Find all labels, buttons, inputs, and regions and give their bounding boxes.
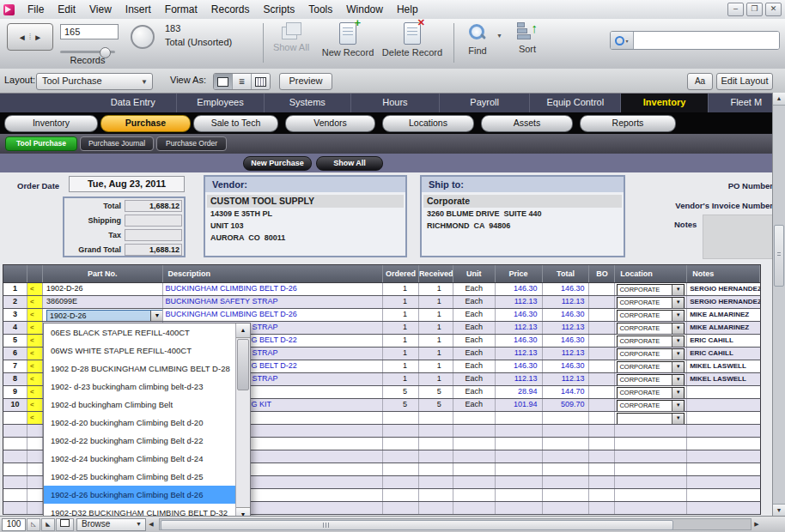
cell-received[interactable]: 1 xyxy=(419,335,453,347)
tab-reports[interactable]: Reports xyxy=(580,115,676,132)
view-table-button[interactable] xyxy=(252,74,270,89)
current-record-input[interactable]: 165 xyxy=(60,24,119,39)
menu-edit[interactable]: Edit xyxy=(51,1,82,19)
cell-ordered[interactable]: 1 xyxy=(383,360,419,372)
location-dropdown[interactable]: CORPORATE▼ xyxy=(617,297,685,309)
zoom-level[interactable]: 100 xyxy=(2,518,26,531)
cell-ordered[interactable]: 1 xyxy=(383,373,419,385)
row-flag-icon[interactable]: < xyxy=(27,322,43,334)
cell-total[interactable]: 112.13 xyxy=(543,348,590,360)
cell-price[interactable]: 101.94 xyxy=(496,399,543,411)
chevron-down-icon[interactable]: ▼ xyxy=(150,311,163,322)
menu-file[interactable]: File xyxy=(21,1,51,19)
total-field[interactable]: 1,688.12 xyxy=(125,200,182,212)
location-value[interactable]: CORPORATE xyxy=(618,336,672,347)
cell-notes[interactable]: MIKEL LASWELL xyxy=(687,360,760,372)
cell-received[interactable]: 1 xyxy=(419,283,453,295)
cell-ordered[interactable]: 1 xyxy=(383,348,419,360)
view-form-button[interactable] xyxy=(214,74,233,89)
cell-notes[interactable]: SERGIO HERNANDEZ xyxy=(687,296,760,308)
part-combobox-value[interactable]: 1902-D-26 xyxy=(47,311,150,322)
cell-ordered[interactable]: 1 xyxy=(383,283,419,295)
cell-ordered[interactable]: 1 xyxy=(383,309,419,321)
chevron-down-icon[interactable]: ▼ xyxy=(672,414,684,424)
part-dropdown-item[interactable]: 1902-d-22 buckingham Climbing Belt d-22 xyxy=(44,432,235,450)
cell-desc[interactable]: BUCKINGHAM CLIMBING BELT D-26 xyxy=(163,283,383,295)
cell-unit[interactable]: Each xyxy=(453,399,496,411)
location-value[interactable]: CORPORATE xyxy=(618,401,672,411)
order-date-field[interactable]: Tue, Aug 23, 2011 xyxy=(69,176,185,192)
location-value[interactable]: CORPORATE xyxy=(618,311,672,321)
cell-total[interactable]: 112.13 xyxy=(543,322,590,334)
tab-tool-purchase[interactable]: Tool Purchase xyxy=(5,136,77,151)
cell-price[interactable]: 112.13 xyxy=(496,348,543,360)
record-navigation-book[interactable]: ◄ ⁞ ► xyxy=(7,23,53,51)
part-dropdown-item[interactable]: 06WS WHITE STAPLE REFILL-400CT xyxy=(44,342,235,360)
cell-price[interactable]: 146.30 xyxy=(496,309,543,321)
edit-layout-button[interactable]: Edit Layout xyxy=(716,73,773,90)
new-record-button[interactable]: + New Record xyxy=(319,22,376,57)
sort-button[interactable]: ↑ Sort xyxy=(508,22,546,54)
cell-unit[interactable]: Each xyxy=(453,309,496,321)
location-dropdown[interactable]: CORPORATE▼ xyxy=(617,348,685,360)
cell-bo[interactable] xyxy=(589,412,615,424)
cell-price[interactable] xyxy=(496,412,543,424)
tab-systems[interactable]: Systems xyxy=(265,93,351,112)
tab-vendors[interactable]: Vendors xyxy=(285,115,375,132)
chevron-down-icon[interactable]: ▼ xyxy=(672,298,684,308)
cell-bo[interactable] xyxy=(589,283,615,295)
cell-received[interactable]: 1 xyxy=(419,296,453,308)
tab-purchase-journal[interactable]: Purchase Journal xyxy=(80,136,154,151)
quick-find-input[interactable] xyxy=(634,32,779,49)
part-dropdown-item[interactable]: 1902- d-23 buckingham climbing belt-d-23 xyxy=(44,378,235,396)
scroll-up-icon[interactable]: ▲ xyxy=(236,323,250,338)
cell-desc[interactable]: BUCKINGHAM CLIMBING BELT D-26 xyxy=(163,309,383,321)
cell-ordered[interactable]: 5 xyxy=(383,386,419,398)
menu-tools[interactable]: Tools xyxy=(301,1,339,19)
cell-notes[interactable]: MIKEL LASWELL xyxy=(687,373,760,385)
menu-window[interactable]: Window xyxy=(339,1,390,19)
cell-bo[interactable] xyxy=(589,335,615,347)
cell-ordered[interactable]: 1 xyxy=(383,335,419,347)
restore-button[interactable]: ❐ xyxy=(746,3,763,16)
cell-unit[interactable]: Each xyxy=(453,335,496,347)
new-purchase-button[interactable]: New Purchase xyxy=(243,156,312,171)
cell-price[interactable]: 112.13 xyxy=(496,373,543,385)
location-dropdown[interactable]: CORPORATE▼ xyxy=(617,323,685,335)
chevron-down-icon[interactable]: ▼ xyxy=(672,285,684,295)
cell-price[interactable]: 112.13 xyxy=(496,322,543,334)
cell-part[interactable]: 1902-D-26 xyxy=(43,283,163,295)
scroll-left-icon[interactable]: ◀ xyxy=(146,519,156,530)
next-record-icon[interactable]: ► xyxy=(33,33,42,42)
cell-notes[interactable]: SERGIO HERNANDEZ xyxy=(687,283,760,295)
location-value[interactable]: CORPORATE xyxy=(618,349,672,360)
cell-bo[interactable] xyxy=(589,399,615,411)
row-flag-icon[interactable]: < xyxy=(27,373,43,385)
part-cell[interactable]: 1902-D-26▼ xyxy=(43,309,163,321)
row-flag-icon[interactable]: < xyxy=(27,283,43,295)
cell-received[interactable]: 5 xyxy=(419,386,453,398)
cell-notes[interactable]: MIKE ALMARINEZ xyxy=(687,309,760,321)
menu-format[interactable]: Format xyxy=(158,1,204,19)
chevron-down-icon[interactable]: ▼ xyxy=(672,323,684,334)
vertical-scroll-thumb[interactable] xyxy=(774,225,784,287)
cell-received[interactable]: 1 xyxy=(419,348,453,360)
chevron-down-icon[interactable]: ▼ xyxy=(672,336,684,347)
location-value[interactable]: CORPORATE xyxy=(618,362,672,372)
cell-ordered[interactable] xyxy=(383,412,419,424)
cell-received[interactable]: 5 xyxy=(419,399,453,411)
cell-notes[interactable] xyxy=(687,386,760,398)
minimize-button[interactable]: – xyxy=(727,3,744,16)
tab-payroll[interactable]: Payroll xyxy=(440,93,530,112)
cell-total[interactable]: 144.70 xyxy=(543,386,590,398)
cell-received[interactable]: 1 xyxy=(419,360,453,372)
tab-data-entry[interactable]: Data Entry xyxy=(89,93,177,112)
ship-to-name-field[interactable]: Corporate xyxy=(423,195,622,208)
location-dropdown[interactable]: CORPORATE▼ xyxy=(617,374,685,386)
cell-total[interactable]: 146.30 xyxy=(543,309,590,321)
cell-unit[interactable]: Each xyxy=(453,296,496,308)
menu-scripts[interactable]: Scripts xyxy=(257,1,302,19)
horizontal-scroll-thumb[interactable] xyxy=(161,520,673,530)
cell-received[interactable]: 1 xyxy=(419,373,453,385)
row-flag-icon[interactable]: < xyxy=(27,399,43,411)
